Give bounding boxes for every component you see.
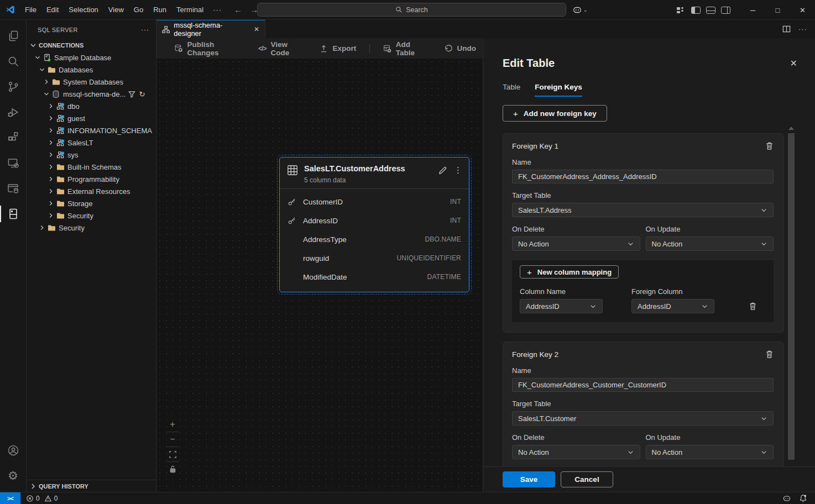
tree-item-external-resources[interactable]: External Resources <box>27 185 156 197</box>
source-control-icon[interactable] <box>0 74 27 99</box>
add-new-foreign-key-button[interactable]: + Add new foreign key <box>503 105 607 122</box>
tree-item-built-in-schemas[interactable]: Built-in Schemas <box>27 161 156 173</box>
copilot-status-icon[interactable] <box>782 494 791 503</box>
delete-foreign-key-2-icon[interactable] <box>765 350 774 359</box>
fk1-column-name-select[interactable]: AddressID <box>520 299 603 313</box>
lock-canvas-button[interactable] <box>165 462 180 476</box>
menu-edit[interactable]: Edit <box>41 3 64 17</box>
tree-item-databases[interactable]: Databases <box>27 64 156 76</box>
problems-indicator[interactable]: 0 0 <box>26 495 58 502</box>
window-maximize-button[interactable]: □ <box>765 0 790 20</box>
account-icon[interactable] <box>0 438 27 463</box>
cancel-button[interactable]: Cancel <box>561 471 613 487</box>
save-button[interactable]: Save <box>503 471 555 487</box>
menu-view[interactable]: View <box>103 3 129 17</box>
window-close-button[interactable]: ✕ <box>790 0 815 20</box>
fk2-on-update-select[interactable]: No Action <box>646 445 774 459</box>
delete-foreign-key-1-icon[interactable] <box>765 141 774 150</box>
extensions-icon[interactable] <box>0 125 27 150</box>
fk2-name-label: Name <box>512 366 774 375</box>
drawer-close-icon[interactable]: ✕ <box>790 58 797 69</box>
undo-button[interactable]: Undo <box>437 41 483 56</box>
toggle-secondary-sidebar-icon[interactable] <box>721 7 730 14</box>
fit-view-button[interactable] <box>165 447 180 461</box>
tree-item-security[interactable]: Security <box>27 222 156 234</box>
connections-section-header[interactable]: CONNECTIONS <box>27 39 156 51</box>
tab-table[interactable]: Table <box>503 83 520 97</box>
fk1-on-update-select[interactable]: No Action <box>646 237 774 251</box>
menu-terminal[interactable]: Terminal <box>171 3 208 17</box>
tree-item-sample-database[interactable]: Sample Database <box>27 51 156 64</box>
toggle-panel-icon[interactable] <box>706 7 715 14</box>
database-projects-icon[interactable] <box>0 176 27 201</box>
zoom-in-button[interactable]: + <box>165 417 180 432</box>
table-card-kebab-icon[interactable]: ⋮ <box>454 165 462 175</box>
fk1-foreign-column-select[interactable]: AddressID <box>631 299 714 313</box>
fk1-name-input[interactable]: FK_CustomerAddress_Address_AddressID <box>512 170 774 183</box>
publish-changes-button[interactable]: Publish Changes <box>168 41 249 56</box>
menu-overflow[interactable]: ··· <box>208 6 226 14</box>
fk1-new-column-mapping-button[interactable]: + New column mapping <box>520 265 619 279</box>
remote-indicator[interactable]: >< <box>0 492 20 504</box>
delete-mapping-icon[interactable] <box>749 302 757 313</box>
chevron-right-icon <box>46 163 55 171</box>
search-view-icon[interactable] <box>0 49 27 74</box>
drawer-scrollbar[interactable] <box>788 127 795 487</box>
view-code-button[interactable]: </> View Code <box>252 41 311 56</box>
toggle-primary-sidebar-icon[interactable] <box>691 7 701 14</box>
schema-canvas[interactable]: SalesLT.CustomerAddress 5 column data ⋮ … <box>156 59 483 492</box>
fk2-name-input[interactable]: FK_CustomerAddress_Customer_CustomerID <box>512 378 774 392</box>
table-card-customeraddress[interactable]: SalesLT.CustomerAddress 5 column data ⋮ … <box>279 157 469 292</box>
column-row-customerid[interactable]: CustomerIDINT <box>280 192 469 211</box>
tree-item-saleslt[interactable]: SalesLT <box>27 136 156 149</box>
tree-item-programmability[interactable]: Programmability <box>27 173 156 185</box>
query-history-section-header[interactable]: QUERY HISTORY <box>27 480 156 492</box>
editor-more-actions-icon[interactable]: ··· <box>798 25 807 33</box>
tree-item-security[interactable]: Security <box>27 209 156 222</box>
add-table-button[interactable]: Add Table <box>377 41 435 56</box>
fk1-target-table-select[interactable]: SalesLT.Address <box>512 203 774 217</box>
split-editor-icon[interactable] <box>782 25 791 33</box>
menu-run[interactable]: Run <box>148 3 171 17</box>
column-row-addressid[interactable]: AddressIDINT <box>280 211 469 230</box>
fk2-on-delete-select[interactable]: No Action <box>512 445 640 459</box>
zoom-out-button[interactable]: − <box>165 432 180 447</box>
column-row-modifieddate[interactable]: ModifiedDateDATETIME <box>280 267 469 286</box>
column-row-rowguid[interactable]: rowguidUNIQUEIDENTIFIER <box>280 249 469 267</box>
edit-table-pencil-icon[interactable] <box>438 166 447 175</box>
menu-selection[interactable]: Selection <box>64 3 103 17</box>
tree-item-system-databases[interactable]: System Databases <box>27 76 156 88</box>
scrollbar-thumb[interactable] <box>788 133 795 460</box>
tree-item-information-schema[interactable]: INFORMATION_SCHEMA <box>27 124 156 136</box>
tree-item-dbo[interactable]: dbo <box>27 100 156 112</box>
window-minimize-button[interactable]: ─ <box>740 0 765 20</box>
tab-foreign-keys[interactable]: Foreign Keys <box>535 83 582 97</box>
refresh-icon[interactable]: ↻ <box>139 90 145 98</box>
nav-back-icon[interactable]: ← <box>234 5 242 14</box>
fk1-on-delete-select[interactable]: No Action <box>512 237 640 251</box>
tree-item-sys[interactable]: sys <box>27 149 156 161</box>
command-search-box[interactable]: Search <box>257 3 566 17</box>
notifications-bell-icon[interactable] <box>799 494 807 502</box>
sql-server-view-icon[interactable] <box>0 201 27 227</box>
tab-mssql-schema-designer[interactable]: mssql-schema-designer ✕ <box>156 20 265 38</box>
menu-file[interactable]: File <box>20 3 41 17</box>
tab-close-icon[interactable]: ✕ <box>254 25 259 33</box>
customize-layout-icon[interactable] <box>676 6 686 14</box>
export-button[interactable]: Export <box>313 41 363 56</box>
primary-key-icon <box>288 217 299 225</box>
remote-explorer-icon[interactable] <box>0 150 27 176</box>
run-debug-icon[interactable] <box>0 99 27 125</box>
column-row-addresstype[interactable]: AddressTypeDBO.NAME <box>280 230 469 249</box>
copilot-menu[interactable]: ⌄ <box>572 0 588 20</box>
menu-go[interactable]: Go <box>129 3 148 17</box>
explorer-icon[interactable] <box>0 23 27 49</box>
settings-gear-icon[interactable]: ⚙ <box>0 463 27 489</box>
tree-item-label: Sample Database <box>54 54 111 62</box>
sidebar-more-actions-icon[interactable]: ··· <box>141 26 149 34</box>
tree-item-mssql-schema-de-[interactable]: mssql-schema-de...↻ <box>27 88 156 100</box>
filter-icon[interactable] <box>128 91 135 98</box>
fk2-target-table-select[interactable]: SalesLT.Customer <box>512 411 774 426</box>
tree-item-storage[interactable]: Storage <box>27 197 156 209</box>
tree-item-guest[interactable]: guest <box>27 112 156 124</box>
